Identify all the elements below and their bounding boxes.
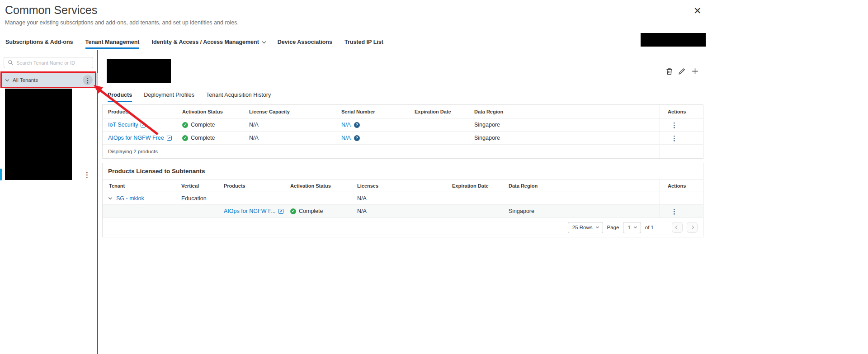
external-link-icon: ↗ [167,136,172,141]
activation-status: Complete [191,135,215,141]
chevron-down-icon [634,225,637,228]
tab-label: Products [108,92,132,98]
col-expiration-date: Expiration Date [452,179,509,192]
activation-status: Complete [191,122,215,128]
col-actions: Actions [660,105,703,118]
page-title: Common Services [5,4,97,17]
next-page-button[interactable] [687,222,698,233]
table-row: SG - mkiok Education N/A [103,192,703,205]
add-tenant-button[interactable] [691,67,699,76]
tab-label: Identity & Access / Access Management [151,39,259,45]
tab-trusted-ip-list[interactable]: Trusted IP List [344,39,383,49]
chevron-down-icon [596,225,599,228]
vertical: Education [181,192,224,204]
product-link-aiops-ngfw-free[interactable]: AIOps for NGFW Free [108,135,164,141]
license-capacity: N/A [249,132,341,144]
trash-icon [665,67,673,76]
page-number-value: 1 [627,225,630,230]
row-count-text: Displaying 2 products [108,145,660,158]
page-subtitle: Manage your existing subscriptions and a… [5,19,239,26]
chevron-left-icon [675,226,679,229]
data-region: Singapore [474,132,660,144]
subtenant-link[interactable]: SG - mkiok [116,195,144,202]
row-kebab-button[interactable]: ⋮ [671,208,678,215]
close-button[interactable]: ✕ [693,5,702,16]
rows-per-page-select[interactable]: 25 Rows [568,222,603,233]
sidebar-divider [97,50,98,354]
tab-label: Trusted IP List [344,39,383,45]
tab-tenant-acquisition-history[interactable]: Tenant Acquisition History [206,92,271,102]
selected-tenant-indicator [0,169,2,180]
help-icon[interactable]: ? [354,135,360,141]
edit-tenant-button[interactable] [678,67,686,75]
col-products: Products [108,105,182,118]
col-licenses: Licenses [357,179,452,192]
tab-products[interactable]: Products [108,92,132,102]
subtenants-title: Products Licensed to Subtenants [103,163,703,179]
redacted-tenant-list [5,89,72,180]
tab-label: Subscriptions & Add-ons [5,39,73,45]
check-icon: ✓ [182,122,188,128]
row-kebab-button[interactable]: ⋮ [671,135,678,142]
tab-subscriptions-addons[interactable]: Subscriptions & Add-ons [5,39,73,49]
data-region: Singapore [509,205,660,217]
products-table-footer: Displaying 2 products [103,145,703,158]
license-capacity: N/A [249,118,341,131]
kebab-icon: ⋮ [85,77,91,84]
redacted-tenant-name [107,59,171,83]
col-vertical: Vertical [181,179,224,192]
tab-tenant-management[interactable]: Tenant Management [85,39,140,49]
expand-chevron-icon[interactable] [108,196,112,199]
tab-deployment-profiles[interactable]: Deployment Profiles [144,92,194,102]
col-data-region: Data Region [509,179,660,192]
search-input[interactable] [16,60,89,66]
pagination: 25 Rows Page 1 of 1 [103,218,703,237]
col-activation-status: Activation Status [182,105,249,118]
page-number-select[interactable]: 1 [623,222,641,233]
col-serial-number: Serial Number [341,105,415,118]
expiration-date [415,132,474,144]
expiration-date [415,118,474,131]
chevron-down-icon [5,77,9,81]
col-tenant: Tenant [109,179,181,192]
col-products: Products [224,179,290,192]
row-kebab-button[interactable]: ⋮ [671,122,678,128]
products-table: Products Activation Status License Capac… [102,104,703,159]
table-row: AIOps for NGFW Free ↗ ✓ Complete N/A N/A… [103,132,703,145]
help-icon[interactable]: ? [354,122,360,128]
serial-number: N/A [341,135,351,141]
rows-per-page-value: 25 Rows [572,225,593,230]
all-tenants-kebab-button[interactable]: ⋮ [83,75,93,85]
redacted-region-top-right [641,33,706,47]
tab-device-associations[interactable]: Device Associations [278,39,332,49]
external-link-icon: ↗ [141,123,146,127]
check-icon: ✓ [290,208,296,214]
col-expiration-date: Expiration Date [415,105,474,118]
selected-tenant-kebab-button[interactable]: ⋮ [84,171,90,178]
tab-label: Tenant Acquisition History [206,92,271,98]
licenses: N/A [357,205,452,217]
activation-status: Complete [299,208,323,214]
external-link-icon: ↗ [278,209,283,214]
chevron-right-icon [690,226,694,229]
tenant-panel-tabs: Products Deployment Profiles Tenant Acqu… [108,92,271,102]
col-actions: Actions [660,179,703,192]
search-icon [8,60,14,66]
pencil-icon [678,67,686,75]
sidebar-item-all-tenants[interactable]: All Tenants ⋮ [0,73,98,87]
product-link-iot-security[interactable]: IoT Security [108,122,138,128]
tenant-search[interactable] [4,57,93,68]
col-license-capacity: License Capacity [249,105,341,118]
close-icon: ✕ [693,5,702,16]
delete-tenant-button[interactable] [665,67,673,76]
table-row: IoT Security ↗ ✓ Complete N/A N/A ? Sing… [103,118,703,132]
page-total-label: of 1 [645,225,654,230]
data-region: Singapore [474,118,660,131]
subtenants-table-header: Tenant Vertical Products Activation Stat… [103,179,703,192]
prev-page-button[interactable] [672,222,683,233]
tab-identity-access[interactable]: Identity & Access / Access Management [151,39,265,49]
subtenant-product-link[interactable]: AIOps for NGFW F... [224,208,276,214]
products-table-header: Products Activation Status License Capac… [103,105,703,118]
top-nav: Subscriptions & Add-ons Tenant Managemen… [5,39,383,49]
page-label: Page [607,225,619,230]
